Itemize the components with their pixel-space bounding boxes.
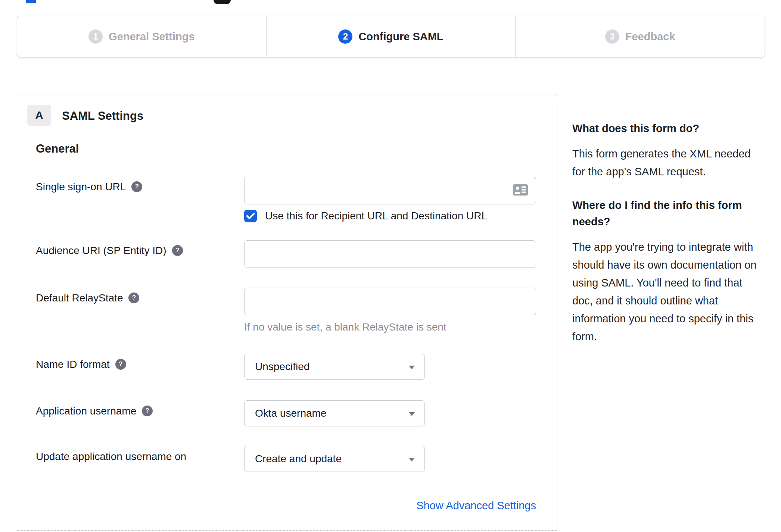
field-label-text: Audience URI (SP Entity ID) — [36, 245, 167, 257]
saml-settings-panel: A SAML Settings General Single sign-on U… — [17, 94, 557, 532]
step-feedback[interactable]: 3 Feedback — [515, 16, 765, 57]
cropped-dark-fragment — [214, 0, 231, 4]
single-sign-on-url-input[interactable] — [244, 177, 536, 204]
help-para-what: This form generates the XML needed for t… — [572, 145, 765, 181]
field-label-text: Default RelayState — [36, 292, 123, 304]
single-sign-on-url-label: Single sign-on URL ? — [36, 181, 142, 193]
general-section-heading: General — [36, 142, 79, 156]
field-label-text: Name ID format — [36, 359, 110, 370]
contact-card-icon[interactable] — [513, 184, 528, 197]
audience-uri-input[interactable] — [244, 240, 536, 268]
help-icon[interactable]: ? — [131, 181, 142, 192]
step-number-badge: 3 — [605, 29, 619, 44]
step-label: Configure SAML — [358, 31, 443, 43]
help-heading-where: Where do I find the info this form needs… — [572, 197, 765, 230]
section-a-badge: A — [27, 105, 51, 126]
check-icon — [246, 213, 255, 219]
wizard-stepper: 1 General Settings 2 Configure SAML 3 Fe… — [17, 16, 765, 57]
cropped-blue-fragment — [26, 0, 36, 3]
application-username-select[interactable]: Okta username — [244, 400, 425, 426]
panel-title: SAML Settings — [62, 109, 143, 123]
field-label-text: Single sign-on URL — [36, 181, 126, 193]
chevron-down-icon — [409, 366, 415, 369]
step-number-badge: 2 — [338, 29, 352, 44]
field-label-text: Application username — [36, 405, 136, 417]
step-number-badge: 1 — [88, 29, 103, 44]
select-value: Okta username — [255, 407, 326, 419]
help-para-where: The app you're trying to integrate with … — [572, 238, 765, 345]
application-username-label: Application username ? — [36, 405, 153, 417]
name-id-format-select[interactable]: Unspecified — [244, 354, 425, 380]
default-relaystate-label: Default RelayState ? — [36, 292, 139, 304]
step-general-settings[interactable]: 1 General Settings — [17, 16, 266, 57]
audience-uri-label: Audience URI (SP Entity ID) ? — [36, 245, 183, 257]
chevron-down-icon — [409, 458, 415, 461]
help-heading-what: What does this form do? — [572, 120, 765, 137]
chevron-down-icon — [409, 412, 415, 416]
help-icon[interactable]: ? — [115, 359, 126, 370]
recipient-destination-checkbox-row: Use this for Recipient URL and Destinati… — [244, 210, 487, 222]
default-relaystate-input[interactable] — [244, 288, 536, 315]
show-advanced-settings-link[interactable]: Show Advanced Settings — [244, 500, 536, 512]
update-application-username-select[interactable]: Create and update — [244, 446, 425, 472]
step-configure-saml[interactable]: 2 Configure SAML — [266, 16, 516, 57]
help-icon[interactable]: ? — [142, 406, 153, 416]
help-icon[interactable]: ? — [172, 245, 183, 256]
recipient-destination-checkbox[interactable] — [244, 210, 257, 222]
relaystate-hint: If no value is set, a blank RelayState i… — [244, 321, 446, 333]
dashed-section-divider — [17, 530, 557, 531]
single-sign-on-url-field — [244, 177, 536, 204]
step-label: Feedback — [625, 31, 675, 43]
select-value: Create and update — [255, 453, 342, 465]
select-value: Unspecified — [255, 361, 309, 373]
name-id-format-label: Name ID format ? — [36, 359, 126, 370]
update-application-username-label: Update application username on — [36, 451, 186, 463]
field-label-text: Update application username on — [36, 451, 186, 463]
step-label: General Settings — [109, 31, 195, 43]
help-icon[interactable]: ? — [128, 292, 139, 303]
checkbox-label: Use this for Recipient URL and Destinati… — [265, 210, 487, 222]
help-sidebar: What does this form do? This form genera… — [572, 120, 765, 362]
